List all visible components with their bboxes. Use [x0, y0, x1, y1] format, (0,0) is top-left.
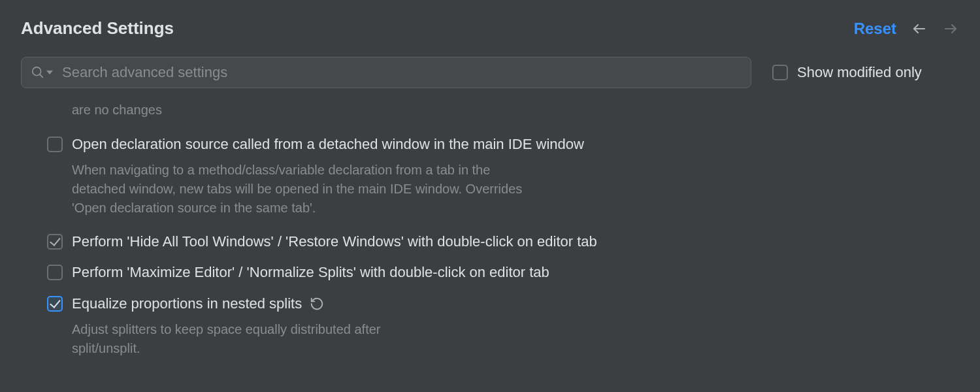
- search-input[interactable]: [62, 64, 742, 81]
- header-actions: Reset: [854, 20, 959, 38]
- svg-marker-4: [46, 71, 53, 74]
- show-modified-only-label: Show modified only: [797, 63, 922, 82]
- show-modified-only-checkbox[interactable]: [772, 65, 788, 80]
- svg-line-3: [40, 74, 43, 78]
- header: Advanced Settings Reset: [21, 18, 959, 39]
- setting-label-text: Equalize proportions in nested splits: [72, 294, 302, 314]
- revert-icon[interactable]: [310, 297, 324, 311]
- partial-text-above: are no changes: [72, 103, 959, 118]
- show-modified-only-row: Show modified only: [772, 63, 922, 82]
- settings-list: are no changes Open declaration source c…: [21, 103, 959, 358]
- chevron-down-icon: [46, 69, 53, 76]
- settings-panel: Advanced Settings Reset Show modified on…: [0, 0, 980, 358]
- search-icon: [31, 65, 53, 80]
- setting-equalize-proportions: Equalize proportions in nested splits Ad…: [47, 294, 959, 358]
- setting-label[interactable]: Perform 'Maximize Editor' / 'Normalize S…: [72, 263, 549, 282]
- setting-label[interactable]: Perform 'Hide All Tool Windows' / 'Resto…: [72, 232, 597, 252]
- page-title: Advanced Settings: [21, 18, 174, 39]
- setting-hide-all-tool-windows: Perform 'Hide All Tool Windows' / 'Resto…: [47, 232, 959, 252]
- search-row: Show modified only: [21, 57, 959, 88]
- setting-checkbox[interactable]: [47, 234, 63, 250]
- arrow-left-icon: [911, 21, 927, 37]
- setting-description: Adjust splitters to keep space equally d…: [72, 320, 438, 358]
- forward-button[interactable]: [942, 20, 959, 37]
- setting-checkbox[interactable]: [47, 137, 63, 152]
- setting-maximize-editor: Perform 'Maximize Editor' / 'Normalize S…: [47, 263, 959, 282]
- reset-link[interactable]: Reset: [854, 20, 896, 38]
- setting-label[interactable]: Equalize proportions in nested splits: [72, 294, 324, 314]
- setting-description: When navigating to a method/class/variab…: [72, 161, 542, 218]
- back-button[interactable]: [911, 20, 928, 37]
- setting-checkbox[interactable]: [47, 296, 63, 312]
- setting-checkbox[interactable]: [47, 265, 63, 280]
- arrow-right-icon: [943, 21, 958, 37]
- search-box[interactable]: [21, 57, 751, 88]
- setting-open-declaration-source: Open declaration source called from a de…: [47, 135, 959, 218]
- setting-label[interactable]: Open declaration source called from a de…: [72, 135, 584, 154]
